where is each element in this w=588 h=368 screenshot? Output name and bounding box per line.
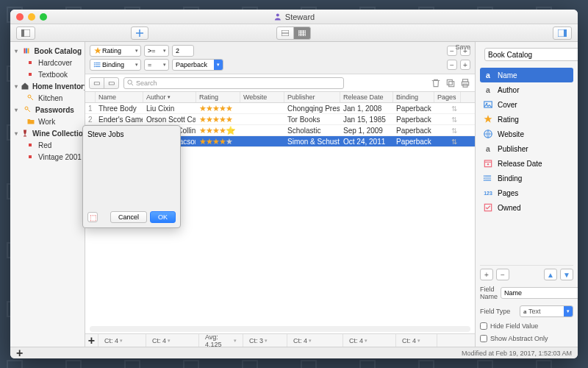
add-row-button[interactable]: + <box>88 334 95 347</box>
field-type-select[interactable]: a Text <box>520 305 573 317</box>
svg-point-27 <box>94 64 96 66</box>
list-icon <box>483 173 493 183</box>
filter-value-input[interactable] <box>172 45 194 57</box>
field-list-item[interactable]: aAuthor <box>480 82 573 97</box>
sidebar-item[interactable]: Red <box>10 139 85 151</box>
save-filter-button[interactable]: Save <box>455 43 470 51</box>
column-header[interactable]: Rating <box>196 92 240 102</box>
stat-cell[interactable]: Ct: 4 ▾ <box>343 334 396 347</box>
field-list-item[interactable]: Rating <box>480 112 573 127</box>
column-header[interactable]: Pages <box>434 92 461 102</box>
footer: + Modified at Feb 19, 2017, 1:52:03 AM <box>10 347 578 358</box>
svg-rect-13 <box>26 49 27 54</box>
add-button[interactable] <box>131 26 148 40</box>
toolbar <box>10 24 578 42</box>
view-card-button[interactable] <box>276 26 294 40</box>
zoom-icon[interactable] <box>40 13 47 21</box>
svg-point-47 <box>487 163 489 165</box>
field-list-item[interactable]: Binding <box>480 171 573 185</box>
filter-bar: Save Rating>=−+ Binding=Paperback−+ <box>85 42 475 74</box>
add-catalog-button[interactable]: + <box>16 347 23 359</box>
sidebar-group[interactable]: ▾Wine Collection <box>10 127 85 139</box>
sidebar-group[interactable]: ▾Home Inventory <box>10 80 85 92</box>
svg-text:a: a <box>486 144 490 153</box>
table-row[interactable]: 2Ender's GameOrson Scott Card★★★★★Tor Bo… <box>85 114 475 125</box>
show-abstract-checkbox[interactable]: Show Abstract Only <box>480 335 573 342</box>
svg-point-29 <box>128 80 132 84</box>
popup-expand-button[interactable]: ⬚ <box>87 212 98 222</box>
cancel-button[interactable]: Cancel <box>110 211 147 223</box>
svg-text:a: a <box>486 85 490 94</box>
field-list-item[interactable]: aPublisher <box>480 141 573 156</box>
stat-cell[interactable]: Ct: 4 ▾ <box>287 334 343 347</box>
table-row[interactable]: 1Three BodyLiu Cixin★★★★★Chongqing Press… <box>85 103 475 114</box>
field-list-item[interactable]: Release Date <box>480 156 573 171</box>
move-up-button[interactable]: ▲ <box>544 269 557 280</box>
field-list-item[interactable]: Cover <box>480 97 573 112</box>
field-list-item[interactable]: Owned <box>480 200 573 215</box>
field-list-item[interactable]: aName <box>480 68 573 82</box>
field-list-item[interactable]: Website <box>480 127 573 141</box>
svg-point-0 <box>276 13 279 16</box>
svg-rect-11 <box>564 29 567 37</box>
sidebar-item[interactable]: Work <box>10 116 85 127</box>
stat-cell[interactable]: Avg: 4.125 ▾ <box>199 334 243 347</box>
sidebar-item[interactable]: Textbook <box>10 68 85 80</box>
column-header[interactable]: Binding <box>393 92 434 102</box>
hide-field-checkbox[interactable]: Hide Field Value <box>480 322 573 330</box>
trash-icon[interactable] <box>431 78 441 88</box>
tab-b-button[interactable]: ▭ <box>104 77 119 89</box>
svg-point-53 <box>484 180 485 181</box>
minimize-icon[interactable] <box>28 13 35 21</box>
stat-cell[interactable]: Ct: 3 ▾ <box>243 334 287 347</box>
table-toolbar: ▭ ▭ Search <box>85 74 475 92</box>
stat-cell[interactable]: Ct: 4 ▾ <box>98 334 146 347</box>
tag-icon <box>26 152 35 161</box>
field-list-item[interactable]: 123Pages <box>480 185 573 200</box>
sidebar-item[interactable]: Kitchen <box>10 92 85 104</box>
column-header[interactable]: Website <box>240 92 284 102</box>
edit-textarea[interactable] <box>87 130 176 208</box>
search-input[interactable]: Search <box>123 77 344 89</box>
filter-field-select[interactable]: Binding <box>90 59 141 71</box>
stat-cell[interactable]: Ct: 4 ▾ <box>146 334 199 347</box>
ok-button[interactable]: OK <box>150 211 176 223</box>
svg-rect-22 <box>29 155 32 158</box>
sidebar-toggle-button[interactable] <box>16 26 35 40</box>
close-icon[interactable] <box>16 13 24 21</box>
field-type-label: Field Type <box>480 308 517 315</box>
remove-filter-button[interactable]: − <box>447 60 457 70</box>
text-icon: a <box>483 85 493 95</box>
inspector-toggle-button[interactable] <box>553 26 572 40</box>
filter-field-select[interactable]: Rating <box>90 45 141 57</box>
column-header[interactable]: Name <box>96 92 143 102</box>
tag-icon <box>26 70 35 79</box>
add-filter-button[interactable]: + <box>460 60 470 70</box>
remove-field-button[interactable]: − <box>496 269 509 280</box>
filter-op-select[interactable]: >= <box>144 45 169 57</box>
view-grid-button[interactable] <box>293 26 311 40</box>
column-header[interactable] <box>85 92 96 102</box>
filter-op-select[interactable]: = <box>144 59 169 71</box>
filter-value-select[interactable]: Paperback <box>172 59 223 71</box>
sidebar-group[interactable]: ▾Book Catalog <box>10 45 85 57</box>
field-name-input[interactable] <box>501 287 578 299</box>
home-icon <box>21 82 29 91</box>
stat-cell[interactable]: Ct: 4 ▾ <box>396 334 437 347</box>
duplicate-icon[interactable] <box>445 78 456 88</box>
print-icon[interactable] <box>460 78 470 88</box>
column-header[interactable]: Release Date <box>340 92 393 102</box>
move-down-button[interactable]: ▼ <box>560 269 573 280</box>
sidebar-item[interactable]: Vintage 2001 <box>10 151 85 163</box>
horizontal-scrollbar[interactable] <box>90 326 470 332</box>
titlebar: Steward <box>10 10 578 24</box>
sidebar-item[interactable]: Hardcover <box>10 57 85 68</box>
column-header[interactable]: Author ▾ <box>143 92 196 102</box>
svg-rect-14 <box>27 49 29 54</box>
add-field-button[interactable]: + <box>480 269 493 280</box>
sidebar-group[interactable]: ▾Passwords <box>10 104 85 116</box>
tab-a-button[interactable]: ▭ <box>89 77 104 89</box>
column-header[interactable]: Publisher <box>284 92 340 102</box>
svg-rect-16 <box>29 73 32 76</box>
catalog-name-input[interactable] <box>484 48 578 61</box>
